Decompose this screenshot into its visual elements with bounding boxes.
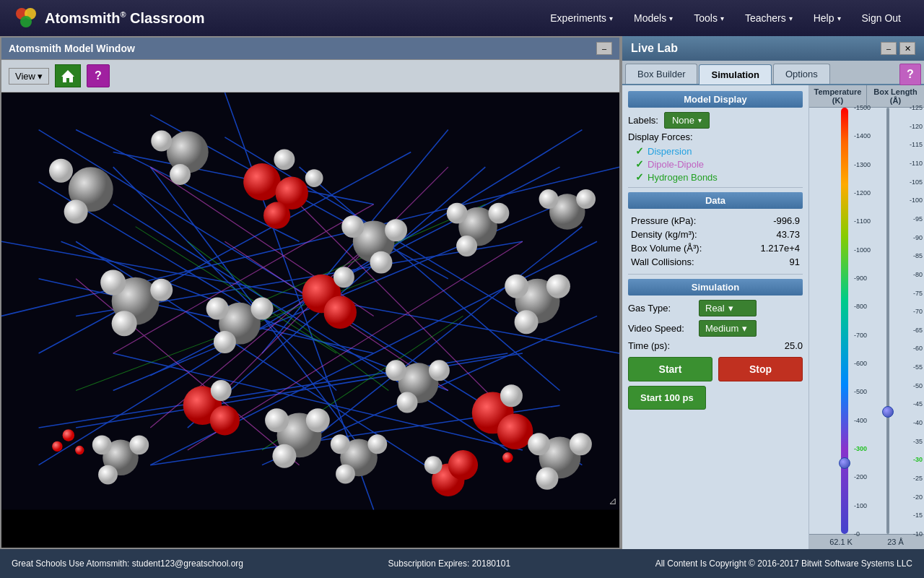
view-button[interactable]: View ▾ [9, 68, 49, 85]
nav-help[interactable]: Help ▾ [805, 8, 850, 28]
footer-right: All Content Is Copyright © 2016-2017 Bit… [655, 558, 912, 569]
slider-footer-values: 62.1 K 23 Å [812, 538, 921, 546]
help-model-button[interactable]: ? [87, 64, 110, 87]
hbond-row: ✓ Hydrogen Bonds [635, 171, 803, 183]
slider-panel: Temperature (K) Box Length (Å) [808, 85, 924, 549]
labels-dropdown[interactable]: None ▾ [664, 112, 710, 129]
wall-collisions-label: Wall Collisions: [629, 256, 738, 268]
svg-point-60 [75, 446, 84, 454]
svg-point-57 [305, 169, 323, 187]
help-panel-button[interactable]: ? [899, 64, 921, 85]
svg-point-91 [488, 203, 509, 224]
gas-type-label: Gas Type: [628, 303, 693, 314]
dispersion-check: ✓ [635, 145, 644, 157]
nav-signout[interactable]: Sign Out [853, 8, 910, 28]
temp-scale-label-500: -500 [854, 388, 867, 395]
box-scale-label-110: -110 [910, 160, 923, 167]
tab-options[interactable]: Options [773, 64, 830, 84]
model-title-bar: Atomsmith Model Window – [1, 38, 619, 60]
box-scale-label-55: -55 [913, 363, 923, 371]
svg-point-64 [100, 269, 126, 295]
box-scale-label-115: -115 [910, 141, 923, 148]
live-lab-minimize-button[interactable]: – [881, 42, 897, 55]
svg-point-94 [505, 275, 528, 298]
current-box: 23 Å [887, 538, 904, 546]
live-lab-close-button[interactable]: ✕ [899, 42, 915, 55]
display-forces-row: Display Forces: [628, 131, 803, 142]
home-button[interactable] [55, 64, 81, 87]
box-scale-label-120: -120 [910, 123, 923, 130]
box-scale-label-75: -75 [913, 290, 923, 297]
nav-models[interactable]: Models ▾ [625, 8, 681, 28]
hbond-check: ✓ [635, 171, 644, 183]
box-scale-label-100: -100 [910, 197, 923, 204]
density-label: Density (kg/m³): [629, 228, 738, 241]
nav-experiments[interactable]: Experiments ▾ [541, 8, 622, 28]
nav-teachers[interactable]: Teachers ▾ [736, 8, 801, 28]
svg-point-96 [515, 310, 539, 334]
svg-point-105 [367, 434, 387, 454]
labels-arrow-icon: ▾ [698, 116, 702, 124]
start-button[interactable]: Start [628, 357, 712, 381]
box-scale-label-60: -60 [913, 345, 923, 352]
box-scale-label-65: -65 [913, 327, 923, 334]
gas-type-dropdown[interactable]: Real ▾ [699, 300, 757, 316]
box-scale-numbers: -125-120-115-110-105-100-95-90-85-80-75-… [896, 108, 925, 534]
start-100ps-button[interactable]: Start 100 ps [628, 386, 706, 410]
svg-point-70 [214, 331, 236, 353]
temp-scale-label-600: -600 [854, 360, 867, 367]
main-area: Atomsmith Model Window – View ▾ ? [0, 36, 924, 549]
box-scale-label-90: -90 [913, 234, 923, 241]
box-scale-label-25: -25 [913, 475, 923, 482]
svg-point-102 [576, 189, 596, 209]
svg-point-98 [500, 384, 523, 407]
hbond-label: Hydrogen Bonds [648, 172, 718, 183]
model-window: Atomsmith Model Window – View ▾ ? [0, 36, 621, 549]
logo-icon [14, 7, 38, 30]
stop-button[interactable]: Stop [718, 357, 803, 381]
box-scale-label-80: -80 [913, 271, 923, 278]
molecule-scene: ⊿ [1, 92, 619, 510]
app-title: Atomsmith® Classroom [45, 10, 205, 27]
svg-point-82 [265, 408, 289, 432]
temp-scale-label-700: -700 [854, 332, 867, 339]
temp-scale-label-900: -900 [854, 275, 867, 282]
box-scale-label-35: -35 [913, 438, 923, 445]
tab-simulation[interactable]: Simulation [699, 64, 771, 85]
data-header: Data [628, 192, 803, 209]
box-scale-label-15: -15 [913, 512, 923, 519]
start-stop-row: Start Stop [628, 357, 803, 381]
box-volume-value: 1.217e+4 [739, 242, 801, 254]
tab-box-builder[interactable]: Box Builder [625, 64, 697, 84]
panel-content: Model Display Labels: None ▾ Display For… [622, 85, 924, 549]
temp-scale-label-0: -0 [854, 530, 860, 538]
time-row: Time (ps): 25.0 [628, 340, 803, 351]
box-bar-area [880, 108, 896, 534]
svg-marker-3 [61, 70, 74, 82]
dipole-row: ✓ Dipole-Dipole [635, 158, 803, 170]
model-minimize-button[interactable]: – [596, 42, 612, 55]
svg-point-72 [334, 267, 354, 288]
box-slider-track [886, 108, 889, 534]
box-slider-thumb[interactable] [882, 406, 894, 418]
data-table: Pressure (kPa): -996.9 Density (kg/m³): … [628, 213, 803, 269]
model-canvas: ⊿ [1, 92, 619, 548]
gas-type-row: Gas Type: Real ▾ [628, 300, 803, 316]
box-scale-label-40: -40 [913, 419, 923, 426]
temp-scale-label-100: -100 [854, 502, 867, 509]
dispersion-label: Dispersion [648, 146, 692, 157]
svg-point-116 [570, 433, 592, 455]
temp-scale-numbers: -1500-1400-1300-1200-1100-1000-900-800-7… [853, 108, 880, 534]
dipole-label: Dipole-Dipole [648, 159, 704, 170]
nav-tools[interactable]: Tools ▾ [685, 8, 733, 28]
box-scale-label-45: -45 [913, 400, 923, 407]
video-speed-dropdown[interactable]: Medium ▾ [699, 320, 757, 337]
svg-point-49 [49, 159, 73, 183]
box-scale-label-95: -95 [913, 215, 923, 223]
dipole-check: ✓ [635, 158, 644, 170]
temp-scale-label-800: -800 [854, 303, 867, 310]
temp-slider-thumb[interactable] [839, 457, 850, 469]
svg-point-112 [129, 435, 149, 454]
box-scale-label-30: -30 [913, 456, 923, 463]
svg-point-101 [539, 189, 559, 209]
